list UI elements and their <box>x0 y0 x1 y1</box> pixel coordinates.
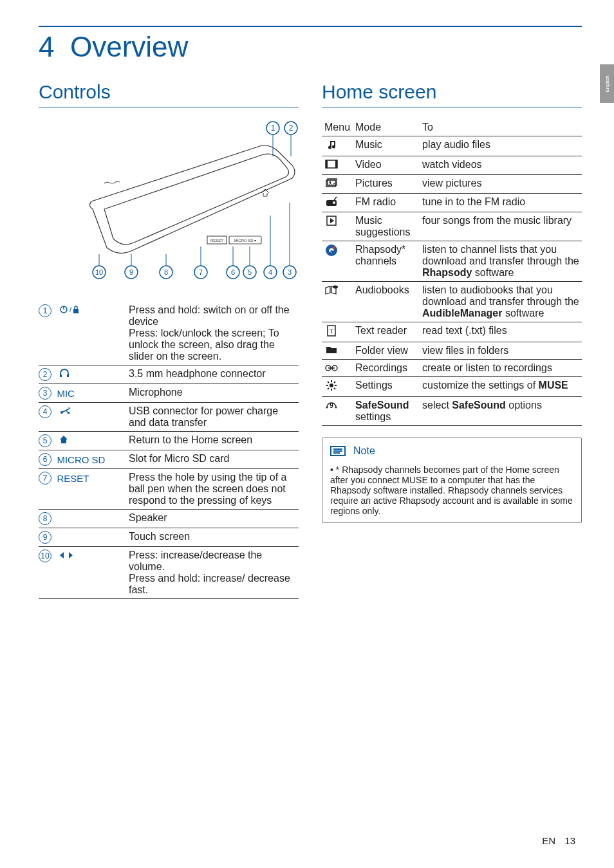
menu-mode: Audiobooks <box>353 282 420 322</box>
controls-row-desc: Return to the Home screen <box>129 432 299 450</box>
safesound-icon: 9 <box>324 400 339 411</box>
controls-row-label: 7 RESET <box>39 469 129 510</box>
to-col-header: To <box>420 119 582 136</box>
controls-row-label: 3 MIC <box>39 384 129 403</box>
menu-mode: FM radio <box>353 194 420 212</box>
device-illustration: 1 2 RESET MICRO SD ▾ <box>80 119 299 286</box>
home-menu-table: Menu Mode To Musicplay audio filesVideow… <box>322 119 582 426</box>
menu-row: Settingscustomize the settings of MUSE <box>322 377 582 397</box>
menu-row: Picturesview pictures <box>322 175 582 194</box>
svg-text:9: 9 <box>330 402 333 409</box>
svg-text:/: / <box>70 306 72 313</box>
svg-line-73 <box>334 388 335 389</box>
controls-row-desc: Microphone <box>129 384 299 403</box>
mode-col-header: Mode <box>353 119 420 136</box>
home-icon <box>59 435 68 447</box>
svg-point-53 <box>330 181 331 183</box>
menu-mode: Music <box>353 136 420 156</box>
svg-marker-45 <box>60 436 68 443</box>
device-diagram: 1 2 RESET MICRO SD ▾ <box>39 119 299 286</box>
menu-to: play audio files <box>420 136 582 156</box>
menu-to: customize the settings of MUSE <box>420 377 582 397</box>
note-body: * Rhapsody channels becomes part of the … <box>330 465 573 516</box>
svg-line-55 <box>334 197 337 200</box>
controls-row: 6 MICRO SDSlot for Micro SD card <box>39 450 299 469</box>
svg-line-72 <box>328 382 329 383</box>
menu-to: four songs from the music library <box>420 212 582 241</box>
home-screen-column: Home screen Menu Mode To Musicplay audio… <box>322 81 582 599</box>
power-lock-icon: / <box>59 305 81 317</box>
controls-row-label: 9 <box>39 528 129 547</box>
volume-icon <box>59 550 73 562</box>
svg-text:9: 9 <box>129 268 133 276</box>
menu-row: Recordingscreate or listen to recordings <box>322 360 582 377</box>
svg-marker-46 <box>60 552 64 559</box>
menu-row: Audiobookslisten to audiobooks that you … <box>322 282 582 322</box>
controls-row: 8Speaker <box>39 510 299 528</box>
music-icon <box>324 139 339 151</box>
menu-to: read text (.txt) files <box>420 322 582 342</box>
controls-table: 1 /Press and hold: switch on or off the … <box>39 302 299 599</box>
footer-lang: EN <box>542 835 555 846</box>
controls-row-desc: Slot for Micro SD card <box>129 450 299 469</box>
svg-marker-47 <box>69 552 73 559</box>
menu-to: watch videos <box>420 156 582 175</box>
radio-icon <box>324 196 339 207</box>
menu-row: TText readerread text (.txt) files <box>322 322 582 342</box>
svg-text:MICRO SD ▾: MICRO SD ▾ <box>234 239 257 243</box>
menu-row: Music suggestionsfour songs from the mus… <box>322 212 582 241</box>
menu-to: select SafeSound options <box>420 397 582 426</box>
controls-row-label: 8 <box>39 510 129 528</box>
menu-row: Folder viewview files in folders <box>322 342 582 360</box>
menu-mode: SafeSound settings <box>353 397 420 426</box>
menu-mode: Rhapsody* channels <box>353 241 420 282</box>
language-tab: English <box>600 64 614 103</box>
controls-row-desc: Speaker <box>129 510 299 528</box>
svg-line-74 <box>328 388 329 389</box>
menu-to: view pictures <box>420 175 582 194</box>
menu-mode: Text reader <box>353 322 420 342</box>
svg-rect-38 <box>60 374 62 377</box>
svg-text:4: 4 <box>268 268 272 276</box>
controls-row: 5 Return to the Home screen <box>39 432 299 450</box>
menu-col-header: Menu <box>322 119 353 136</box>
controls-row-label: 2 <box>39 365 129 384</box>
menu-to: listen to channel lists that you downloa… <box>420 241 582 282</box>
rhapsody-icon <box>324 244 339 257</box>
controls-row-label: 6 MICRO SD <box>39 450 129 469</box>
menu-mode: Music suggestions <box>353 212 420 241</box>
pictures-icon <box>324 178 339 188</box>
controls-column: Controls 1 2 <box>39 81 299 599</box>
controls-row: 1 /Press and hold: switch on or off the … <box>39 302 299 365</box>
controls-row-desc: Press: increase/decrease the volume.Pres… <box>129 547 299 599</box>
controls-row-label: 4 <box>39 403 129 432</box>
menu-mode: Settings <box>353 377 420 397</box>
svg-point-56 <box>333 201 335 204</box>
svg-marker-58 <box>330 218 334 223</box>
note-icon <box>330 445 348 457</box>
svg-text:8: 8 <box>164 268 168 276</box>
menu-mode: Recordings <box>353 360 420 377</box>
usb-icon <box>59 406 72 418</box>
svg-rect-37 <box>73 309 79 313</box>
svg-line-75 <box>334 382 335 383</box>
controls-row-label: 1 / <box>39 302 129 365</box>
controls-heading: Controls <box>39 81 299 107</box>
folder-icon <box>324 345 339 354</box>
controls-row: 10 Press: increase/decrease the volume.P… <box>39 547 299 599</box>
svg-text:7: 7 <box>199 268 203 276</box>
menu-row: Musicplay audio files <box>322 136 582 156</box>
menu-row: 9SafeSound settingsselect SafeSound opti… <box>322 397 582 426</box>
svg-text:3: 3 <box>288 268 292 276</box>
svg-rect-39 <box>67 374 69 377</box>
footer-page: 13 <box>564 835 575 846</box>
controls-row-desc: Press the hole by using the tip of a bal… <box>129 469 299 510</box>
controls-row: 2 3.5 mm headphone connector <box>39 365 299 384</box>
menu-mode: Pictures <box>353 175 420 194</box>
controls-row: 9Touch screen <box>39 528 299 547</box>
note-label: Note <box>353 445 375 457</box>
svg-point-61 <box>333 286 338 289</box>
menu-to: listen to audiobooks that you download a… <box>420 282 582 322</box>
video-icon <box>324 159 339 169</box>
menu-row: Rhapsody* channelslisten to channel list… <box>322 241 582 282</box>
